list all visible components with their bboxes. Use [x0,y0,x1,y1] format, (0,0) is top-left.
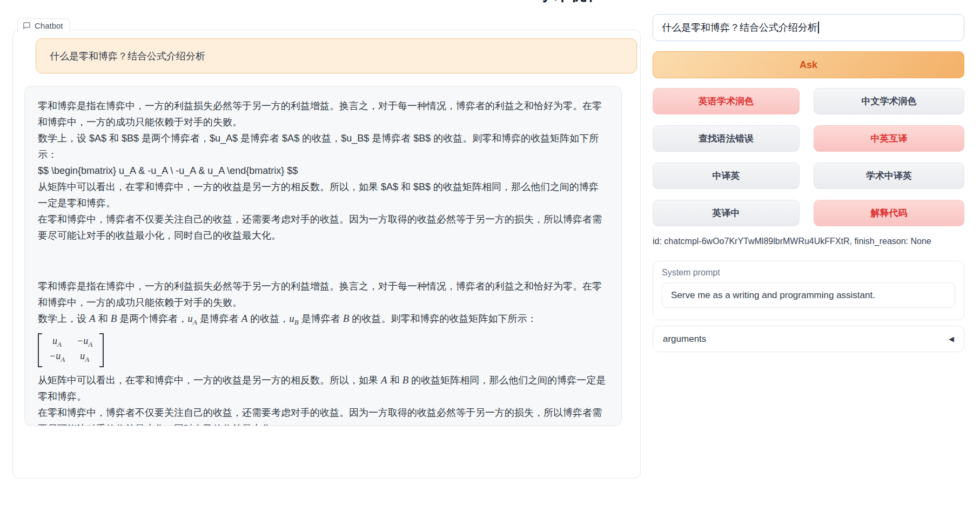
math-var-B: B [343,313,350,324]
question-input-value: 什么是零和博弈？结合公式介绍分析 [662,21,817,34]
bot-rendered-markdown-block: 零和博弈是指在博弈中，一方的利益损失必然等于另一方的利益增益。换言之，对于每一种… [38,278,608,426]
system-prompt-value: Serve me as a writing and programming as… [671,290,875,301]
math-var-B: B [402,374,409,386]
bot-raw-markdown-block: 零和博弈是指在博弈中，一方的利益损失必然等于另一方的利益增益。换言之，对于每一种… [38,98,608,244]
math-sub-A: A [193,318,197,326]
chatbot-label: Chatbot [17,18,70,32]
matrix-cell: −uA [49,350,65,366]
page-title: ChatGPT 学术优化 [474,0,593,5]
matrix-cell: uA [77,350,92,366]
bot-rendered-math-paragraph: 从矩阵中可以看出，在零和博弈中，一方的收益是另一方的相反数。所以，如果 A 和 … [38,372,608,405]
action-button-zh-en-translate[interactable]: 中英互译 [814,125,964,152]
action-button-en-to-zh[interactable]: 英译中 [653,200,800,226]
math-var-A: A [241,313,248,324]
text-caret [818,22,819,33]
chatbot-label-text: Chatbot [35,21,63,30]
math-var-u: u [289,313,294,324]
action-button-explain-code[interactable]: 解释代码 [814,200,964,226]
arguments-accordion[interactable]: arguments ◀ [653,326,964,352]
collapsed-triangle-icon: ◀ [949,335,954,343]
matrix-cell: −uA [77,335,92,351]
math-var-A: A [89,313,96,324]
action-button-academic-zh-en[interactable]: 学术中译英 [814,163,964,189]
system-prompt-input[interactable]: Serve me as a writing and programming as… [662,282,955,308]
matrix-cell: uA [49,335,65,351]
math-sub-B: B [294,318,299,326]
arguments-accordion-label: arguments [663,334,706,345]
math-var-u: u [187,313,193,324]
chat-bubble-icon [23,22,31,30]
bot-raw-paragraph: 数学上，设 $A$ 和 $B$ 是两个博弈者，$u_A$ 是博弈者 $A$ 的收… [38,130,608,163]
action-button-zh-to-en[interactable]: 中译英 [653,163,800,189]
action-button-chinese-polish[interactable]: 中文学术润色 [814,88,964,114]
bot-rendered-paragraph: 在零和博弈中，博弈者不仅要关注自己的收益，还需要考虑对手的收益。因为一方取得的收… [38,405,608,426]
math-var-A: A [381,374,387,386]
system-prompt-label: System prompt [662,268,955,278]
app-page: ChatGPT 学术优化 Chatbot 什么是零和博弈？结合公式介绍分析 零和… [0,0,980,519]
action-button-english-polish[interactable]: 英语学术润色 [653,88,800,114]
bot-raw-paragraph: 从矩阵中可以看出，在零和博弈中，一方的收益是另一方的相反数。所以，如果 $A$ … [38,179,608,211]
question-input[interactable]: 什么是零和博弈？结合公式介绍分析 [653,14,964,41]
bot-raw-paragraph: 零和博弈是指在博弈中，一方的利益损失必然等于另一方的利益增益。换言之，对于每一种… [38,98,608,130]
block-spacer [38,244,608,278]
bot-rendered-math-paragraph: 数学上，设 A 和 B 是两个博弈者，uA 是博弈者 A 的收益，uB 是博弈者… [38,311,608,331]
matrix-left-bracket [38,333,42,367]
bot-message-bubble: 零和博弈是指在博弈中，一方的利益损失必然等于另一方的利益增益。换言之，对于每一种… [24,86,622,426]
math-var-B: B [111,313,117,324]
ask-button[interactable]: Ask [653,51,964,78]
page-title-text: ChatGPT 学术优化 [474,0,593,5]
user-message-text: 什么是零和博弈？结合公式介绍分析 [50,50,205,63]
bot-raw-formula: $$ \begin{bmatrix} u_A & -u_A \ -u_A & u… [38,163,608,179]
bot-raw-paragraph: 在零和博弈中，博弈者不仅要关注自己的收益，还需要考虑对手的收益。因为一方取得的收… [38,211,608,244]
chatbot-panel: Chatbot 什么是零和博弈？结合公式介绍分析 零和博弈是指在博弈中，一方的利… [12,30,641,478]
system-prompt-box: System prompt Serve me as a writing and … [653,261,964,320]
user-message-bubble: 什么是零和博弈？结合公式介绍分析 [36,38,637,73]
bot-rendered-paragraph: 零和博弈是指在博弈中，一方的利益损失必然等于另一方的利益增益。换言之，对于每一种… [38,278,608,311]
action-button-find-grammar[interactable]: 查找语法错误 [653,125,800,152]
payoff-matrix: uA −uA −uA uA [38,333,104,367]
matrix-right-bracket [99,333,104,367]
response-meta-line: id: chatcmpl-6wOo7KrYTwMl89lbrMWRu4UkFFX… [653,237,931,246]
